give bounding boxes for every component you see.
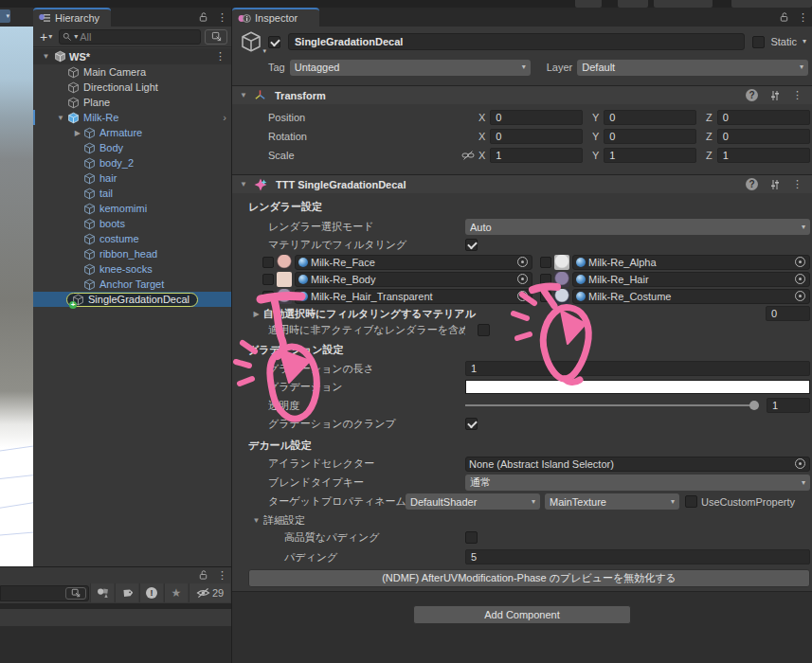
hq-padding-checkbox[interactable] xyxy=(465,531,478,544)
axis-label-x[interactable]: X xyxy=(478,112,485,123)
gradation-length-field[interactable]: 1 xyxy=(465,361,810,376)
presets-icon[interactable] xyxy=(769,179,781,190)
foldout-closed-icon[interactable]: ▶ xyxy=(33,129,83,137)
material-object-field[interactable]: Milk-Re_Costume xyxy=(572,289,810,304)
material-thumbnail[interactable] xyxy=(277,289,292,304)
position-y-field[interactable]: 0 xyxy=(604,110,696,125)
gameobject-active-checkbox[interactable] xyxy=(268,36,280,48)
position-x-field[interactable]: 0 xyxy=(490,110,583,125)
kebab-menu-icon[interactable]: ⋮ xyxy=(792,90,803,100)
island-selector-field[interactable]: None (Abstract Island Selector) xyxy=(465,457,810,472)
axis-label-x[interactable]: X xyxy=(478,131,485,142)
object-picker-icon[interactable] xyxy=(795,458,805,469)
material-select-checkbox[interactable] xyxy=(262,257,274,268)
object-picker-icon[interactable] xyxy=(517,257,528,267)
material-select-checkbox[interactable] xyxy=(262,291,274,302)
hierarchy-item-milk-re[interactable]: ▼ Milk-Re› xyxy=(33,110,231,125)
tab-hierarchy[interactable]: Hierarchy xyxy=(33,8,111,27)
hierarchy-search-input[interactable]: ▾ All xyxy=(59,29,201,45)
axis-label-x[interactable]: X xyxy=(478,150,485,161)
hierarchy-item-armature[interactable]: ▶ Armature xyxy=(33,125,231,140)
toolbar-button-fragment[interactable] xyxy=(731,0,812,8)
object-picker-icon[interactable] xyxy=(517,274,528,284)
material-object-field[interactable]: Milk-Re_Alpha xyxy=(572,255,810,270)
add-component-button[interactable]: Add Component xyxy=(413,605,631,624)
transform-header[interactable]: ▼ Transform ? ⋮ xyxy=(232,85,812,104)
console-alert-button[interactable]: ! xyxy=(139,583,163,602)
rotation-x-field[interactable]: 0 xyxy=(490,129,583,144)
axis-label-y[interactable]: Y xyxy=(592,150,599,161)
hierarchy-item-main-camera[interactable]: Main Camera xyxy=(33,64,231,80)
foldout-closed-icon[interactable]: ▶ xyxy=(251,310,262,318)
axis-label-z[interactable]: Z xyxy=(706,112,713,123)
hierarchy-item-hair[interactable]: hair xyxy=(33,170,231,186)
blend-type-dropdown[interactable]: 通常 ▾ xyxy=(465,475,810,491)
gradient-field[interactable] xyxy=(465,380,810,394)
hierarchy-item-body-2[interactable]: body_2 xyxy=(33,155,231,170)
scene-visibility-button[interactable]: 29 xyxy=(189,583,230,602)
hierarchy-item-anchor-target[interactable]: Anchor Target xyxy=(33,277,231,292)
material-thumbnail[interactable] xyxy=(554,289,569,304)
kebab-menu-icon[interactable]: ⋮ xyxy=(798,12,808,23)
position-z-field[interactable]: 0 xyxy=(717,110,810,125)
shader-dropdown[interactable]: DefaultShader ▾ xyxy=(406,493,540,510)
hierarchy-item-singlegradationdecal[interactable]: +SingleGradationDecal xyxy=(33,292,231,307)
help-icon[interactable]: ? xyxy=(746,89,758,101)
gradation-clamp-checkbox[interactable] xyxy=(465,418,478,430)
foldout-open-icon[interactable]: ▼ xyxy=(238,180,249,188)
hierarchy-item-costume[interactable]: costume xyxy=(33,231,231,246)
material-thumbnail[interactable] xyxy=(277,272,292,287)
material-select-checkbox[interactable] xyxy=(540,274,551,285)
scene-canvas[interactable] xyxy=(0,27,33,566)
filter-by-label-button[interactable] xyxy=(115,583,138,602)
foldout-open-icon[interactable]: ▼ xyxy=(238,91,249,99)
material-thumbnail[interactable] xyxy=(554,272,569,287)
static-checkbox[interactable] xyxy=(752,36,765,48)
help-icon[interactable]: ? xyxy=(746,178,758,190)
material-thumbnail[interactable] xyxy=(554,255,569,270)
rotation-y-field[interactable]: 0 xyxy=(604,129,696,144)
kebab-menu-icon[interactable]: ⋮ xyxy=(217,570,227,581)
material-select-checkbox[interactable] xyxy=(262,274,274,285)
hierarchy-item-kemomimi[interactable]: kemomimi xyxy=(33,201,231,216)
axis-label-y[interactable]: Y xyxy=(592,112,599,123)
lock-open-icon[interactable] xyxy=(198,11,208,23)
scene-dropdown-fragment[interactable]: ▾ xyxy=(0,9,10,23)
foldout-open-icon[interactable]: ▼ xyxy=(41,52,51,61)
axis-label-y[interactable]: Y xyxy=(592,131,599,142)
favorites-button[interactable]: ★ xyxy=(164,583,188,602)
project-search-input[interactable] xyxy=(0,585,89,601)
toolbar-button-fragment[interactable] xyxy=(618,0,648,8)
foldout-open-icon[interactable]: ▼ xyxy=(251,516,262,525)
layer-dropdown[interactable]: Default ▾ xyxy=(577,60,808,76)
ndmf-preview-disable-button[interactable]: (NDMF) AfterUVModification-Phase のプレビューを… xyxy=(248,569,810,587)
lock-open-icon[interactable] xyxy=(779,11,789,23)
scene-header-row[interactable]: ▼ WS* ⋮ xyxy=(33,48,231,64)
hierarchy-item-boots[interactable]: boots xyxy=(33,216,231,231)
auto-filter-count-field[interactable]: 0 xyxy=(766,306,810,321)
kebab-menu-icon[interactable]: ⋮ xyxy=(792,179,803,189)
object-picker-button[interactable] xyxy=(205,29,227,45)
hierarchy-item-tail[interactable]: tail xyxy=(33,186,231,201)
scale-y-field[interactable]: 1 xyxy=(604,148,696,163)
lock-open-icon[interactable] xyxy=(198,569,208,581)
filter-by-type-button[interactable] xyxy=(90,583,114,602)
gameobject-icon-button[interactable]: ▾ xyxy=(240,30,268,53)
hierarchy-item-plane[interactable]: Plane xyxy=(33,95,231,110)
presets-icon[interactable] xyxy=(769,90,781,101)
object-picker-icon[interactable] xyxy=(795,291,805,301)
toolbar-button-fragment[interactable] xyxy=(654,0,713,8)
gameobject-name-field[interactable]: SingleGradationDecal xyxy=(288,33,745,50)
slider-knob[interactable] xyxy=(749,401,759,410)
scale-z-field[interactable]: 1 xyxy=(717,148,810,163)
object-picker-button[interactable] xyxy=(65,587,86,600)
material-object-field[interactable]: Milk-Re_Face xyxy=(295,255,532,270)
toolbar-button-fragment[interactable] xyxy=(575,0,602,8)
rotation-z-field[interactable]: 0 xyxy=(717,129,810,144)
object-picker-icon[interactable] xyxy=(795,274,805,284)
project-content-area[interactable] xyxy=(0,626,231,663)
material-object-field[interactable]: Milk-Re_Hair xyxy=(572,272,810,287)
hierarchy-item-body[interactable]: Body xyxy=(33,140,231,155)
material-object-field[interactable]: Milk-Re_Body xyxy=(295,272,532,287)
axis-label-z[interactable]: Z xyxy=(706,131,713,142)
